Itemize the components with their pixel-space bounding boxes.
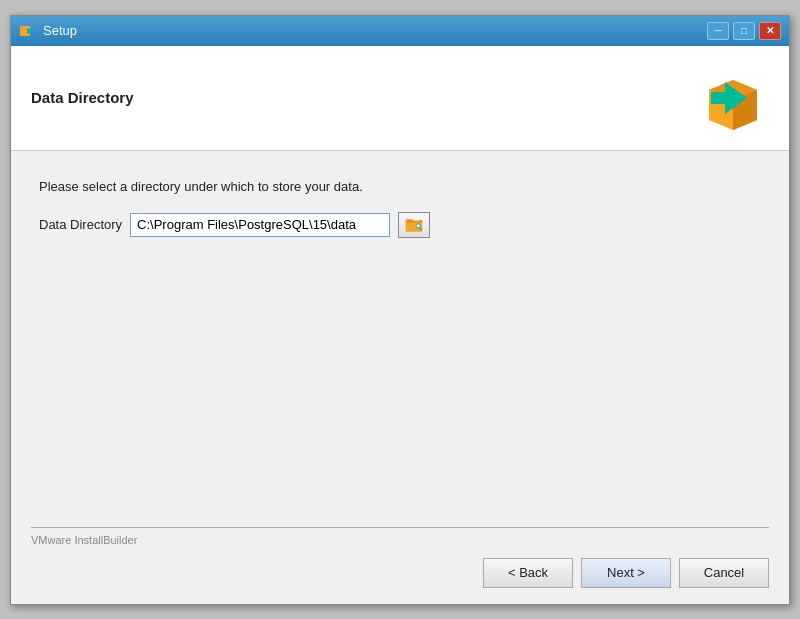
main-body: Please select a directory under which to…	[11, 151, 789, 517]
folder-browse-icon	[404, 215, 424, 235]
browse-button[interactable]	[398, 212, 430, 238]
title-bar: Setup ─ □ ✕	[11, 16, 789, 46]
content-area: Data Directory Please select a directory…	[11, 46, 789, 604]
window-controls: ─ □ ✕	[707, 22, 781, 40]
window-title: Setup	[43, 23, 707, 38]
minimize-button[interactable]: ─	[707, 22, 729, 40]
app-icon	[19, 22, 37, 40]
svg-marker-1	[27, 28, 34, 34]
svg-point-8	[416, 223, 420, 227]
back-button[interactable]: < Back	[483, 558, 573, 588]
setup-window: Setup ─ □ ✕ Data Directory Please selec	[10, 15, 790, 605]
footer-section: VMware InstallBuilder < Back Next > Canc…	[11, 517, 789, 604]
close-button[interactable]: ✕	[759, 22, 781, 40]
button-row: < Back Next > Cancel	[31, 558, 769, 588]
description-text: Please select a directory under which to…	[39, 179, 761, 194]
header-section: Data Directory	[11, 46, 789, 151]
data-directory-row: Data Directory	[39, 212, 761, 238]
vmware-label: VMware InstallBuilder	[31, 527, 769, 546]
maximize-button[interactable]: □	[733, 22, 755, 40]
next-button[interactable]: Next >	[581, 558, 671, 588]
cancel-button[interactable]: Cancel	[679, 558, 769, 588]
field-label: Data Directory	[39, 217, 122, 232]
header-icon	[697, 62, 769, 134]
data-directory-input[interactable]	[130, 213, 390, 237]
page-title: Data Directory	[31, 89, 134, 106]
